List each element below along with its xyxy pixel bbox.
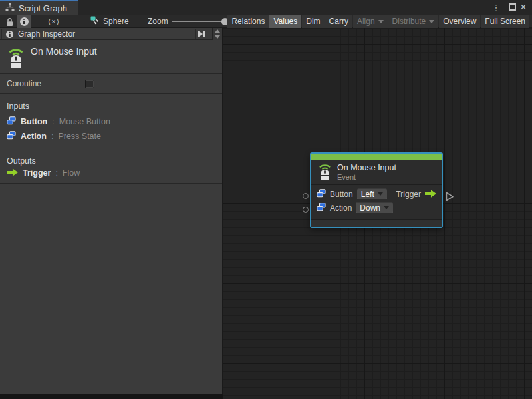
graph-breadcrumb[interactable]: Sphere (90, 15, 129, 28)
coroutine-checkbox[interactable] (85, 80, 94, 88)
action-port-label: Action (330, 203, 352, 213)
tab-strip: Script Graph ⋮ × (0, 0, 532, 15)
node-body: Button Left Trigger (311, 185, 442, 215)
maximize-icon[interactable] (509, 3, 516, 11)
panel-scroll-buttons[interactable] (212, 28, 222, 40)
mouse-input-icon (318, 161, 332, 183)
distribute-dropdown-button: Distribute (388, 15, 439, 28)
node-header[interactable]: On Mouse Input Event (311, 160, 442, 185)
info-icon (20, 17, 29, 26)
relations-button[interactable]: Relations (227, 15, 269, 28)
action-value-dropdown[interactable]: Down (356, 202, 393, 213)
chevron-down-icon (384, 206, 389, 209)
value-port-icon (7, 116, 16, 128)
dim-button[interactable]: Dim (302, 15, 324, 28)
inspector-header: Graph Inspector (0, 28, 222, 40)
inputs-section: Inputs Button : Mouse Button Action : Pr… (0, 94, 222, 148)
node-color-bar (311, 154, 442, 160)
input-port-circle[interactable] (303, 207, 309, 213)
value-port-icon (7, 130, 16, 142)
values-button[interactable]: Values (269, 15, 301, 28)
node-port-row-button: Button Left Trigger (317, 187, 436, 201)
input-port-row: Button : Mouse Button (7, 116, 110, 127)
carry-button[interactable]: Carry (325, 15, 352, 28)
overview-button[interactable]: Overview (439, 15, 480, 28)
output-port-row: Trigger : Flow (7, 168, 80, 178)
tab-label: Script Graph (19, 3, 67, 13)
node-title: On Mouse Input (337, 163, 396, 172)
inspector-title-box: Graph Inspector (1, 29, 196, 39)
script-graph-icon (5, 2, 15, 14)
code-view-button[interactable]: ⟨×⟩ (39, 15, 69, 28)
chevron-down-icon (378, 20, 384, 23)
chevron-down-icon (378, 192, 383, 196)
align-dropdown-button: Align (353, 15, 388, 28)
value-port-icon[interactable] (317, 202, 326, 214)
coroutine-label: Coroutine (7, 79, 41, 88)
trigger-port-label: Trigger (396, 190, 421, 199)
panel-bottom-gap (0, 394, 223, 399)
panel-collapse-button[interactable] (194, 29, 209, 39)
output-port-triangle[interactable] (446, 192, 454, 204)
toolbar: ⟨×⟩ Sphere Zoom 1x Relations Values Dim … (0, 15, 532, 28)
full-screen-button[interactable]: Full Screen (481, 15, 529, 28)
button-port-label: Button (330, 190, 353, 199)
graph-node-icon (90, 15, 99, 27)
inspector-toggle-button[interactable] (17, 15, 31, 28)
inputs-title: Inputs (7, 102, 29, 111)
inspector-title: Graph Inspector (18, 29, 75, 39)
node-port-row-action: Action Down (317, 201, 436, 215)
mouse-input-icon (7, 45, 25, 71)
scroll-up-icon[interactable] (215, 29, 220, 33)
outputs-section: Outputs Trigger : Flow (0, 148, 222, 184)
scroll-down-icon[interactable] (215, 35, 220, 39)
info-icon (6, 30, 13, 37)
graph-name-label: Sphere (103, 17, 129, 26)
unit-header-block: On Mouse Input (0, 40, 222, 74)
outputs-title: Outputs (7, 156, 36, 166)
input-port-circle[interactable] (303, 193, 309, 199)
zoom-label: Zoom (148, 15, 168, 28)
collapse-arrow-icon (198, 31, 203, 37)
unit-title: On Mouse Input (31, 46, 97, 57)
node-subtitle: Event (337, 173, 396, 181)
node-footer (311, 219, 442, 227)
window-menu-icon[interactable]: ⋮ (491, 0, 501, 15)
chevron-down-icon (429, 20, 434, 23)
input-port-row: Action : Press State (7, 131, 101, 142)
zoom-slider-track[interactable] (172, 21, 227, 22)
graph-inspector-panel: Graph Inspector On Mouse Input Coroutine (0, 28, 223, 394)
coroutine-row: Coroutine (0, 74, 222, 94)
flow-arrow-icon[interactable] (425, 188, 436, 200)
button-value-dropdown[interactable]: Left (357, 188, 387, 200)
flow-arrow-icon (7, 167, 18, 179)
graph-canvas[interactable]: On Mouse Input Event Button Left Tri (223, 28, 532, 399)
tab-script-graph[interactable]: Script Graph (0, 0, 78, 15)
value-port-icon[interactable] (317, 188, 326, 200)
on-mouse-input-node[interactable]: On Mouse Input Event Button Left Tri (310, 152, 443, 228)
toolbar-button-group: Relations Values Dim Carry Align Distrib… (227, 15, 529, 28)
close-icon[interactable]: × (518, 0, 529, 15)
